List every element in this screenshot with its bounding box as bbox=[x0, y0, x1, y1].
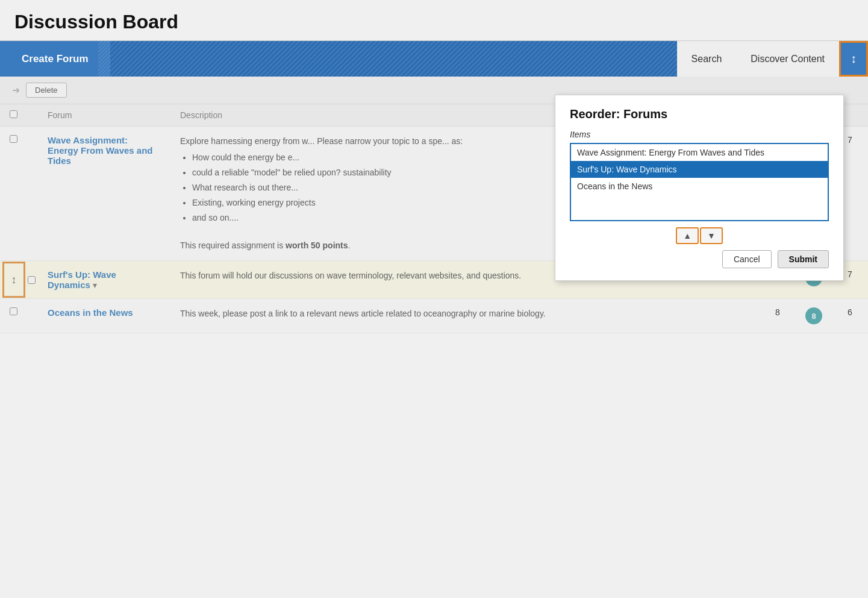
listbox-item[interactable]: Wave Assignment: Energy From Waves and T… bbox=[571, 144, 828, 161]
toolbar-spacer bbox=[110, 41, 677, 77]
modal-items-label: Items bbox=[570, 130, 829, 139]
move-down-button[interactable]: ▼ bbox=[700, 227, 723, 244]
page-title: Discussion Board bbox=[14, 11, 854, 33]
modal-listbox[interactable]: Wave Assignment: Energy From Waves and T… bbox=[570, 143, 829, 221]
modal-arrows: ▲ ▼ bbox=[570, 227, 829, 244]
reorder-modal: Reorder: Forums Items Wave Assignment: E… bbox=[555, 95, 844, 281]
listbox-item-selected[interactable]: Surf's Up: Wave Dynamics bbox=[571, 161, 828, 178]
toolbar: Create Forum Search Discover Content ↕ bbox=[0, 40, 868, 77]
toolbar-right: Search Discover Content ↕ bbox=[677, 41, 868, 77]
listbox-item[interactable]: Oceans in the News bbox=[571, 178, 828, 195]
search-button[interactable]: Search bbox=[677, 41, 737, 77]
move-up-button[interactable]: ▲ bbox=[676, 227, 699, 244]
discover-content-button[interactable]: Discover Content bbox=[736, 41, 839, 77]
content-area: ➜ Delete Forum Description bbox=[0, 77, 868, 333]
cancel-button[interactable]: Cancel bbox=[722, 250, 772, 268]
modal-title: Reorder: Forums bbox=[570, 107, 829, 121]
reorder-button[interactable]: ↕ bbox=[839, 41, 868, 77]
submit-button[interactable]: Submit bbox=[778, 250, 829, 268]
create-forum-button[interactable]: Create Forum bbox=[0, 41, 110, 77]
modal-footer: Cancel Submit bbox=[570, 250, 829, 268]
